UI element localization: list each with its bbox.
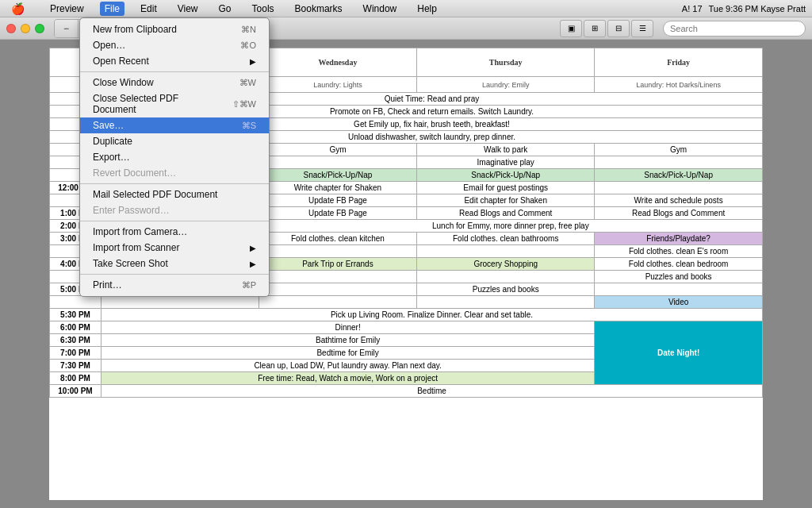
menu-close-pdf[interactable]: Close Selected PDF Document ⇧⌘W <box>80 90 269 117</box>
table-row: 6:00 PM Dinner! Date Night! <box>50 321 763 334</box>
menubar-file[interactable]: File <box>100 2 124 16</box>
write-schedule-cell: Write and schedule posts <box>595 194 763 207</box>
menubar-preview[interactable]: Preview <box>45 2 89 16</box>
table-row: 10:00 PM Bedtime <box>50 385 763 398</box>
edit-chapter-cell: Edit chapter for Shaken <box>417 194 595 207</box>
acrobat-badge: A! 17 <box>682 4 703 13</box>
menu-export[interactable]: Export… <box>80 149 269 165</box>
window-controls <box>6 24 44 33</box>
menubar: 🍎 Preview File Edit View Go Tools Bookma… <box>0 0 812 17</box>
menu-screenshot[interactable]: Take Screen Shot ▶ <box>80 256 269 271</box>
park-thu-cell: Walk to park <box>417 144 595 156</box>
menu-open-recent[interactable]: Open Recent ▶ <box>80 53 269 69</box>
table-row: Video <box>50 296 763 309</box>
menu-close-window[interactable]: Close Window ⌘W <box>80 75 269 90</box>
menu-sep-2 <box>80 183 269 184</box>
menu-mail-pdf[interactable]: Mail Selected PDF Document <box>80 187 269 202</box>
minimize-button[interactable] <box>21 24 30 33</box>
menubar-view[interactable]: View <box>173 2 203 16</box>
zoom-out-button[interactable]: − <box>55 20 79 37</box>
blogs-fri: Read Blogs and Comment <box>595 207 763 220</box>
email-guests-cell: Email for guest postings <box>417 182 595 194</box>
update-fb-wed: Update FB Page <box>259 194 417 207</box>
menu-enter-password: Enter Password… <box>80 202 269 218</box>
view-double[interactable]: ⊞ <box>584 20 606 37</box>
puzzles-thu: Puzzles and books <box>417 283 595 296</box>
apple-menu[interactable]: 🍎 <box>6 1 29 17</box>
friends-fri: Friends/Playdate? <box>595 233 763 245</box>
menubar-tools[interactable]: Tools <box>247 2 279 16</box>
freetime-cell: Free time: Read, Watch a movie, Work on … <box>102 372 595 385</box>
menu-duplicate[interactable]: Duplicate <box>80 133 269 149</box>
blogs-thu: Read Blogs and Comment <box>417 207 595 220</box>
view-single[interactable]: ▣ <box>560 20 582 37</box>
gym-wed-cell: Gym <box>259 144 417 156</box>
menu-open[interactable]: Open… ⌘O <box>80 37 269 53</box>
maximize-button[interactable] <box>35 24 44 33</box>
menu-sep-4 <box>80 274 269 275</box>
menubar-left: 🍎 Preview File Edit View Go Tools Bookma… <box>6 1 442 17</box>
menu-sep-3 <box>80 221 269 221</box>
menu-revert: Revert Document… <box>80 165 269 181</box>
snack-thu-cell: Snack/Pick-Up/Nap <box>417 169 595 182</box>
view-list[interactable]: ☰ <box>631 20 653 37</box>
snack-wed-cell: Snack/Pick-Up/Nap <box>259 169 417 182</box>
menubar-help[interactable]: Help <box>412 2 442 16</box>
video-fri: Video <box>595 296 763 309</box>
imaginative-cell: Imaginative play <box>417 156 595 169</box>
date-night-cell: Date Night! <box>595 321 763 385</box>
bedtime-emily-cell: Bedtime for Emily <box>102 347 595 360</box>
dinner-cell: Dinner! <box>102 321 595 334</box>
menubar-edit[interactable]: Edit <box>136 2 162 16</box>
fold-fri: Fold clothes. clean E's room <box>595 245 763 258</box>
close-button[interactable] <box>6 24 16 33</box>
file-menu-dropdown: New from Clipboard ⌘N Open… ⌘O Open Rece… <box>79 17 270 297</box>
fold-wed: Fold clothes. clean kitchen <box>259 233 417 245</box>
search-input[interactable] <box>663 21 806 37</box>
laundry-thursday: Laundry: Emily <box>417 77 595 93</box>
park-errands-cell: Park Trip or Errands <box>259 258 417 271</box>
bathtime-cell: Bathtime for Emily <box>102 334 595 347</box>
lunch-emmy-cell: Lunch for Emmy, more dinner prep, free p… <box>259 220 762 233</box>
datetime-display: Tue 9:36 PM Kayse Pratt <box>709 4 806 13</box>
puzzles-fri-4: Puzzles and books <box>595 271 763 283</box>
view-buttons: ▣ ⊞ ⊟ ☰ <box>560 20 653 37</box>
laundry-wednesday: Laundry: Lights <box>259 77 417 93</box>
menu-import-scanner[interactable]: Import from Scanner ▶ <box>80 240 269 256</box>
gym-fri-cell: Gym <box>595 144 763 156</box>
cleanup-cell: Clean up, Load DW, Put laundry away. Pla… <box>102 360 595 372</box>
menu-print[interactable]: Print… ⌘P <box>80 277 269 293</box>
table-row: 5:30 PM Pick up Living Room. Finalize Di… <box>50 309 763 321</box>
menubar-go[interactable]: Go <box>214 2 236 16</box>
friday-header: Friday <box>595 48 763 77</box>
pickup-lr-cell: Pick up Living Room. Finalize Dinner. Cl… <box>102 309 763 321</box>
write-chapter-cell: Write chapter for Shaken <box>259 182 417 194</box>
menu-import-camera[interactable]: Import from Camera… <box>80 224 269 240</box>
menu-save[interactable]: Save… ⌘S <box>80 117 269 133</box>
menu-new-clipboard[interactable]: New from Clipboard ⌘N <box>80 21 269 37</box>
update-fb-wed2: Update FB Page <box>259 207 417 220</box>
menu-sep-1 <box>80 71 269 72</box>
wednesday-header: Wednesday <box>259 48 417 77</box>
snack-fri-cell: Snack/Pick-Up/Nap <box>595 169 763 182</box>
thursday-header: Thursday <box>417 48 595 77</box>
menubar-window[interactable]: Window <box>358 2 402 16</box>
menubar-right: A! 17 Tue 9:36 PM Kayse Pratt <box>682 4 806 13</box>
laundry-friday: Laundry: Hot Darks/Linens <box>595 77 763 93</box>
grocery-cell: Grocery Shopping <box>417 258 595 271</box>
menubar-bookmarks[interactable]: Bookmarks <box>290 2 347 16</box>
fold-thu: Fold clothes. clean bathrooms <box>417 233 595 245</box>
bedtime-cell: Bedtime <box>102 385 763 398</box>
fold-bedroom-cell: Fold clothes. clean bedroom <box>595 258 763 271</box>
view-grid[interactable]: ⊟ <box>607 20 630 37</box>
